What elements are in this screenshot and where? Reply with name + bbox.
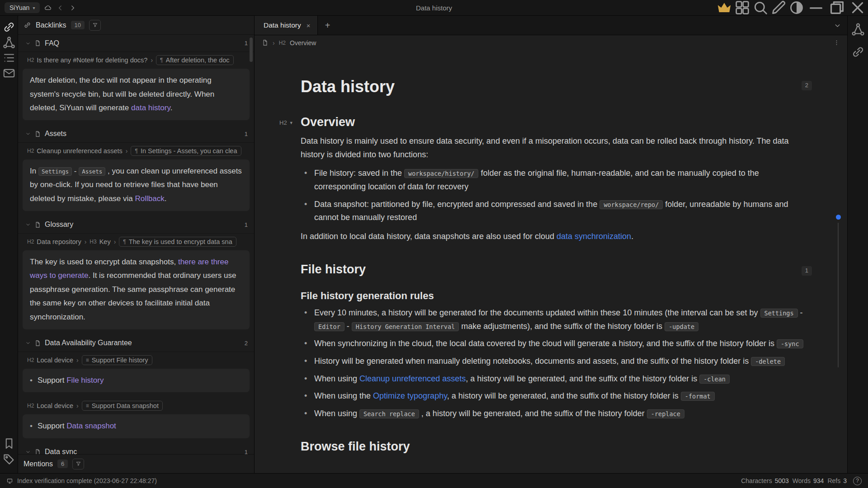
breadcrumb-item[interactable]: H2Local device — [27, 402, 73, 409]
breadcrumb-item[interactable]: H3Key — [90, 238, 110, 245]
heading-h1[interactable]: Data history2 — [301, 77, 812, 96]
backlink-breadcrumb[interactable]: H2Cleanup unreferenced assets›¶In Settin… — [18, 143, 254, 158]
graph-view-icon[interactable] — [851, 22, 865, 37]
document-icon[interactable] — [262, 39, 269, 46]
ref-count-badge[interactable]: 1 — [802, 266, 812, 276]
list-item[interactable]: When using Cleanup unreferenced assets, … — [314, 372, 812, 386]
backlink-group-header[interactable]: Assets1 — [18, 126, 254, 143]
tab-data-history[interactable]: Data history × — [255, 16, 318, 35]
mentions-bar[interactable]: Mentions 6 — [18, 454, 254, 473]
breadcrumb-item[interactable]: H2Is there any #Note# for deleting docs? — [27, 56, 147, 64]
heading-h2[interactable]: File history1 — [301, 263, 812, 277]
minimize-icon[interactable] — [806, 0, 826, 15]
chevron-down-icon[interactable] — [25, 222, 31, 227]
collapse-arrow-icon[interactable]: ▼ — [289, 121, 293, 125]
breadcrumb-item[interactable]: ≡Support Data snapshot — [82, 401, 163, 411]
kbd-tag: Settings — [760, 309, 798, 318]
ref-link[interactable]: Optimize typography — [373, 391, 447, 400]
graph-icon[interactable] — [2, 36, 16, 49]
ref-link[interactable]: Data snapshot — [66, 422, 116, 430]
backlink-breadcrumb[interactable]: H2Data repository›H3Key›¶The key is used… — [18, 234, 254, 249]
list-item[interactable]: When using the Optimize typography, a hi… — [314, 389, 812, 403]
backlink-count: 1 — [245, 449, 248, 454]
breadcrumb-text: Key — [99, 238, 111, 245]
paragraph[interactable]: Data history is mainly used to ensure da… — [301, 135, 812, 161]
backlinks-panel-header[interactable]: Backlinks 10 — [18, 16, 254, 35]
backlink-group-header[interactable]: Data sync1 — [18, 444, 254, 454]
extensions-icon[interactable] — [733, 0, 751, 15]
breadcrumb-item[interactable]: H2Cleanup unreferenced assets — [27, 147, 123, 155]
text-run: Data history is mainly used to ensure da… — [301, 136, 789, 159]
filter-button[interactable] — [72, 459, 84, 469]
vip-crown-icon[interactable] — [715, 0, 733, 15]
restore-icon[interactable] — [826, 0, 847, 15]
chevron-down-icon[interactable] — [25, 340, 31, 346]
back-icon[interactable] — [57, 4, 64, 12]
heading-h3[interactable]: File history generation rules — [301, 290, 812, 302]
forward-icon[interactable] — [69, 4, 76, 12]
list-item[interactable]: Every 10 minutes, a history will be gene… — [314, 306, 812, 333]
chevron-down-icon[interactable] — [827, 16, 847, 35]
ref-count-badge[interactable]: 2 — [802, 81, 812, 90]
app-menu-button[interactable]: SiYuan ▾ — [5, 2, 40, 13]
backlinks-icon[interactable] — [2, 20, 16, 34]
heading-gutter[interactable]: H2▼ — [279, 119, 293, 126]
list-item[interactable]: History will be generated when manually … — [314, 355, 812, 368]
backlink-group-header[interactable]: Data Availability Guarantee2 — [18, 335, 254, 352]
backlink-breadcrumb[interactable]: H2Local device›≡Support Data snapshot — [18, 398, 254, 413]
cloud-sync-icon[interactable] — [44, 4, 52, 12]
filter-button[interactable] — [89, 20, 101, 31]
backlink-content-block[interactable]: The key is used to encrypt data snapshot… — [23, 250, 250, 329]
list-item[interactable]: When using Search replace , a history wi… — [314, 407, 812, 421]
breadcrumb-item[interactable]: ¶The key is used to encrypt data sna — [119, 237, 236, 247]
backlink-content-block[interactable]: •Support Data snapshot — [23, 414, 250, 438]
list-item[interactable]: Data snapshot: partitioned by file, encr… — [314, 198, 812, 225]
breadcrumb-item[interactable]: ≡Support File history — [82, 355, 152, 365]
help-icon[interactable]: ? — [853, 477, 862, 485]
breadcrumb-item[interactable]: ¶In Settings - Assets, you can clea — [131, 146, 241, 156]
chevron-down-icon[interactable] — [25, 41, 31, 46]
doc-breadcrumb: › H2 Overview — [255, 35, 847, 50]
paragraph[interactable]: In addition to local data history, data … — [301, 230, 812, 244]
list-item[interactable]: When synchronizing in the cloud, the loc… — [314, 337, 812, 351]
breadcrumb-item[interactable]: ¶After deletion, the doc — [156, 55, 234, 65]
breadcrumb-heading[interactable]: Overview — [290, 39, 316, 47]
backlink-breadcrumb[interactable]: H2Is there any #Note# for deleting docs?… — [18, 52, 254, 67]
tag-icon[interactable] — [2, 452, 16, 466]
chevron-down-icon[interactable] — [25, 449, 31, 454]
backlink-content-block[interactable]: •Support File history — [23, 369, 250, 393]
scroll-indicator-dot[interactable] — [836, 215, 841, 220]
doc-area[interactable]: Data history2H2▼OverviewData history is … — [255, 50, 847, 473]
inbox-icon[interactable] — [2, 66, 16, 80]
heading-h2[interactable]: Browse file history — [301, 440, 812, 454]
ref-link[interactable]: data synchronization — [557, 232, 631, 241]
backlink-content-block[interactable]: After deletion, the doc will not appear … — [23, 69, 250, 120]
backlink-content-block[interactable]: In Settings - Assets , you can clean up … — [23, 160, 250, 211]
edit-icon[interactable] — [769, 0, 788, 15]
ref-link[interactable]: Rollback — [135, 194, 164, 203]
text-run: After deletion, the doc will not appear … — [30, 76, 214, 112]
new-tab-button[interactable]: + — [318, 16, 337, 35]
ref-link[interactable]: Cleanup unreferenced assets — [359, 374, 466, 383]
heading-h2[interactable]: H2▼Overview — [301, 115, 812, 129]
theme-icon[interactable] — [788, 0, 806, 15]
breadcrumb-item[interactable]: H2Data repository — [27, 238, 81, 245]
close-icon[interactable] — [847, 0, 868, 15]
ref-link[interactable]: File history — [66, 376, 104, 385]
search-icon[interactable] — [751, 0, 769, 15]
backlink-breadcrumb[interactable]: H2Local device›≡Support File history — [18, 352, 254, 367]
breadcrumb-item[interactable]: H2Local device — [27, 357, 73, 364]
ref-link[interactable]: data history — [131, 103, 170, 112]
list-item-text: When synchronizing in the cloud, the loc… — [314, 339, 803, 348]
more-vertical-icon[interactable] — [833, 39, 840, 46]
list-item[interactable]: File history: saved in the workspace/his… — [314, 167, 812, 193]
backlink-group-header[interactable]: Glossary1 — [18, 216, 254, 234]
bookmark-view-icon[interactable] — [851, 45, 865, 59]
chevron-down-icon[interactable] — [25, 131, 31, 136]
bookmark-icon[interactable] — [2, 437, 16, 450]
scrollbar-thumb[interactable] — [250, 38, 253, 62]
backlink-group-header[interactable]: FAQ1 — [18, 35, 254, 52]
outline-icon[interactable] — [2, 51, 16, 65]
backlink-group: Data sync1H2How to use›¶After initializi… — [18, 444, 254, 454]
close-tab-icon[interactable]: × — [307, 22, 311, 29]
